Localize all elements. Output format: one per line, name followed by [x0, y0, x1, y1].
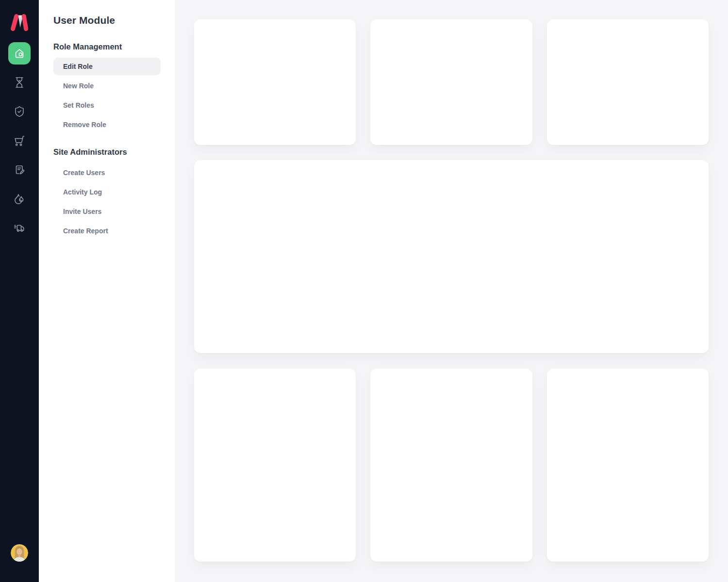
section-heading-site-administrators: Site Administrators	[53, 147, 161, 157]
dashboard-card-bottom-3	[547, 369, 709, 562]
rail-nav	[0, 68, 39, 242]
home-icon[interactable]	[8, 42, 31, 65]
sidebar-item-new-role[interactable]: New Role	[53, 76, 161, 96]
dashboard-card-main	[194, 160, 709, 353]
sidebar-item-remove-role[interactable]: Remove Role	[53, 115, 161, 134]
user-avatar-photo[interactable]	[11, 544, 28, 562]
section-site-administrators: Site Administrators Create Users Activit…	[53, 147, 161, 241]
sidebar-item-activity-log[interactable]: Activity Log	[53, 182, 161, 202]
icon-rail	[0, 0, 39, 582]
sidebar-item-create-users[interactable]: Create Users	[53, 163, 161, 182]
dashboard-card-top-2	[370, 19, 532, 145]
sidebar-item-set-roles[interactable]: Set Roles	[53, 96, 161, 115]
note-edit-icon[interactable]	[0, 155, 39, 184]
sidebar: User Module Role Management Edit Role Ne…	[39, 0, 175, 582]
section-heading-role-management: Role Management	[53, 42, 161, 51]
main-content	[175, 0, 728, 582]
hourglass-icon[interactable]	[0, 68, 39, 97]
sidebar-item-create-report[interactable]: Create Report	[53, 221, 161, 241]
delivery-truck-icon[interactable]	[0, 213, 39, 242]
droplets-icon[interactable]	[0, 184, 39, 213]
page-title: User Module	[53, 14, 161, 27]
sidebar-item-invite-users[interactable]: Invite Users	[53, 202, 161, 221]
dashboard-card-bottom-2	[370, 369, 532, 562]
shopping-cart-icon[interactable]	[0, 126, 39, 155]
brand-m-logo[interactable]	[8, 11, 31, 33]
section-role-management: Role Management Edit Role New Role Set R…	[53, 42, 161, 134]
dashboard-card-top-1	[194, 19, 356, 145]
dashboard-card-bottom-1	[194, 369, 356, 562]
top-card-row	[194, 19, 709, 145]
sidebar-item-edit-role[interactable]: Edit Role	[53, 58, 161, 75]
dashboard-card-top-3	[547, 19, 709, 145]
shield-check-icon[interactable]	[0, 97, 39, 126]
bottom-card-row	[194, 369, 709, 562]
